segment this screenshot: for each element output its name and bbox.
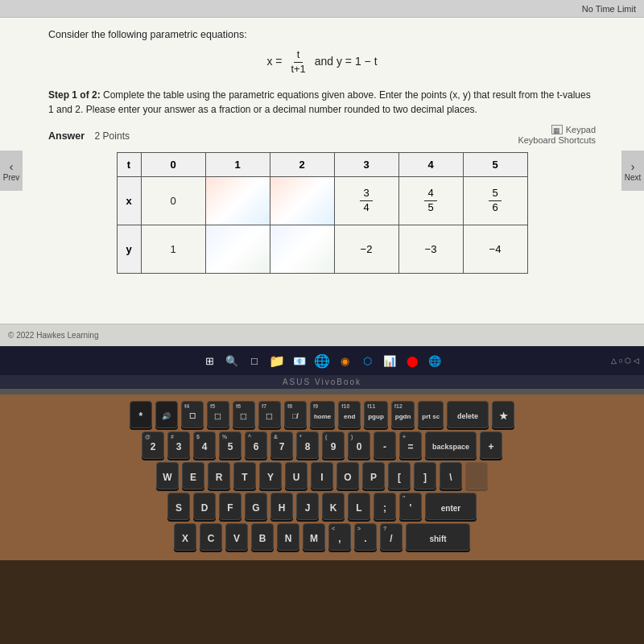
key-numpad7[interactable] — [465, 462, 488, 489]
cell-y-1-input[interactable] — [205, 225, 270, 273]
key-0[interactable]: )0 — [348, 431, 370, 459]
key-f[interactable]: F — [219, 493, 242, 520]
key-m[interactable]: M — [303, 523, 325, 551]
key-8[interactable]: *8 — [296, 431, 319, 459]
no-time-limit-label: No Time Limit — [582, 4, 636, 14]
input-y-1[interactable] — [206, 225, 270, 273]
cell-x-4: 4 5 — [398, 176, 463, 225]
key-f6[interactable]: f6⬚ — [233, 401, 255, 428]
key-g[interactable]: G — [245, 493, 267, 520]
key-semicolon[interactable]: ; — [374, 493, 396, 520]
key-c[interactable]: C — [200, 523, 222, 551]
app5-icon[interactable]: 🌐 — [427, 353, 443, 369]
intro-text: Consider the following parametric equati… — [48, 29, 596, 40]
key-lbracket[interactable]: [ — [388, 462, 411, 489]
cell-y-4: −3 — [398, 225, 463, 273]
task-view-icon[interactable]: □ — [246, 353, 262, 369]
key-backslash[interactable]: \ — [440, 462, 462, 489]
shortcuts-button[interactable]: Keyboard Shortcuts — [518, 135, 596, 145]
input-y-2[interactable] — [270, 225, 334, 273]
input-x-2[interactable] — [270, 177, 334, 225]
key-backspace[interactable]: backspace — [425, 431, 477, 459]
app2-icon[interactable]: ⬡ — [359, 353, 375, 369]
key-x[interactable]: X — [174, 523, 196, 551]
key-f10-end[interactable]: f10end — [338, 401, 361, 428]
key-i[interactable]: I — [311, 462, 333, 489]
key-equals[interactable]: += — [399, 431, 422, 459]
key-5[interactable]: %5 — [219, 431, 242, 459]
key-f5[interactable]: f5⬚ — [207, 401, 229, 428]
key-period[interactable]: >. — [354, 523, 377, 551]
copyright-text: © 2022 Hawkes Learning — [8, 331, 98, 340]
key-f4[interactable]: f4☐ — [181, 401, 204, 428]
header-1: 1 — [205, 152, 270, 176]
app4-icon[interactable]: ⬤ — [404, 353, 420, 369]
key-l[interactable]: L — [348, 493, 370, 520]
key-9[interactable]: (9 — [322, 431, 345, 459]
step-text: Step 1 of 2: Complete the table using th… — [48, 88, 596, 117]
key-shift-right[interactable]: shift — [406, 523, 470, 551]
step-label: Step 1 of 2: — [48, 89, 101, 101]
next-button[interactable]: › Next — [621, 151, 644, 191]
key-7[interactable]: &7 — [270, 431, 293, 459]
windows-icon[interactable]: ⊞ — [201, 353, 217, 369]
cell-x-2-input[interactable] — [270, 176, 334, 225]
header-3: 3 — [334, 152, 398, 176]
keypad-button[interactable]: ▦ Keypad — [551, 125, 596, 134]
mail-icon[interactable]: 📧 — [291, 353, 308, 369]
key-v[interactable]: V — [225, 523, 248, 551]
key-minus[interactable]: - — [374, 431, 396, 459]
key-s[interactable]: S — [167, 493, 190, 520]
key-quote[interactable]: "' — [399, 493, 422, 520]
key-comma[interactable]: <, — [328, 523, 351, 551]
key-e[interactable]: E — [182, 462, 204, 489]
cell-x-1-input[interactable] — [205, 176, 270, 225]
key-4[interactable]: $4 — [193, 431, 216, 459]
cell-y-2-input[interactable] — [270, 225, 334, 273]
edge-icon[interactable]: 🌐 — [314, 353, 330, 369]
app1-icon[interactable]: ◉ — [336, 353, 353, 369]
key-k[interactable]: K — [322, 493, 345, 520]
key-f11-pgup[interactable]: f11pgup — [364, 401, 388, 428]
key-star[interactable]: ★ — [492, 401, 514, 428]
content-area: ‹ Prev › Next Consider the following par… — [0, 18, 644, 324]
keypad-label: Keypad — [566, 125, 596, 134]
key-6[interactable]: ^6 — [245, 431, 267, 459]
key-t[interactable]: T — [233, 462, 256, 489]
input-x-1[interactable] — [206, 177, 270, 225]
answer-left: Answer 2 Points — [48, 128, 130, 142]
key-2[interactable]: @2 — [142, 431, 164, 459]
key-delete[interactable]: delete — [447, 401, 489, 428]
key-w[interactable]: W — [156, 462, 179, 489]
key-numpad-plus[interactable]: + — [480, 431, 502, 459]
key-fn[interactable]: * — [130, 401, 152, 428]
row-y-label: y — [117, 225, 141, 273]
keypad-area: ▦ Keypad Keyboard Shortcuts — [518, 125, 596, 146]
file-explorer-icon[interactable]: 📁 — [269, 353, 285, 369]
key-h[interactable]: H — [270, 493, 293, 520]
key-slash[interactable]: ?/ — [380, 523, 402, 551]
key-f7[interactable]: f7⬚ — [258, 401, 281, 428]
key-prtsc[interactable]: prt sc — [418, 401, 444, 428]
prev-button[interactable]: ‹ Prev — [0, 151, 23, 191]
key-o[interactable]: O — [336, 462, 359, 489]
brand-bar: ASUS VivoBook — [0, 375, 644, 389]
key-enter[interactable]: enter — [425, 493, 477, 520]
key-3[interactable]: #3 — [167, 431, 190, 459]
key-mute[interactable]: 🔊 — [155, 401, 178, 428]
value-x-4: 4 5 — [424, 187, 436, 215]
key-n[interactable]: N — [277, 523, 299, 551]
key-f8[interactable]: f8□/ — [284, 401, 307, 428]
search-icon[interactable]: 🔍 — [224, 353, 240, 369]
key-j[interactable]: J — [296, 493, 319, 520]
key-y[interactable]: Y — [259, 462, 282, 489]
key-r[interactable]: R — [208, 462, 230, 489]
key-rbracket[interactable]: ] — [414, 462, 436, 489]
key-d[interactable]: D — [193, 493, 216, 520]
key-f12-pgdn[interactable]: f12pgdn — [391, 401, 415, 428]
key-u[interactable]: U — [285, 462, 308, 489]
key-f9-home[interactable]: f9home — [310, 401, 335, 428]
app3-icon[interactable]: 📊 — [382, 353, 398, 369]
key-b[interactable]: B — [251, 523, 274, 551]
key-p[interactable]: P — [362, 462, 385, 489]
